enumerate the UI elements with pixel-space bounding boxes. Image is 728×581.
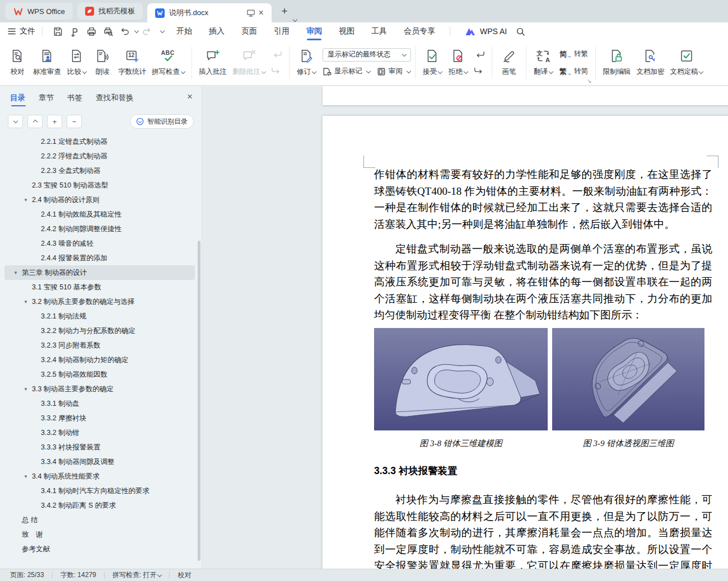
toc-item[interactable]: ▼ 3.2.4 制动器制动力矩的确定 [4,353,195,367]
show-markup-button[interactable]: 显示标记 [323,65,370,78]
sidebar-tab[interactable]: 查找和替换 [96,86,134,110]
toc-item[interactable]: ▼ 3.2.3 同步附着系数 [4,338,195,353]
menu-tab[interactable]: 开始 [176,22,192,40]
encrypt-document-button[interactable]: 文档加密 [633,44,667,81]
print-preview-button[interactable] [101,25,115,38]
word-count-button[interactable]: 12 字数统计 [115,44,149,81]
delete-comment-button[interactable]: 删除批注 [230,44,268,81]
toc-item[interactable]: ▼ 3.2 制动系主要参数的确定与选择 [4,294,195,309]
translate-dialog-launcher-icon[interactable]: ↘ [587,78,591,84]
sidebar-close-icon[interactable]: × [187,92,193,101]
toc-item[interactable]: ▼ 3.4.1 制动时汽车方向稳定性的要求 [4,484,195,498]
toc-item[interactable]: ▼ 2.2.3 全盘式制动器 [4,163,195,178]
toc-item[interactable]: ▼ 2.4.3 噪音的减轻 [4,236,195,251]
toc-item[interactable]: ▼ 2.4.4 报警装置的添加 [4,251,195,265]
toc-item[interactable]: ▼ 3.4.2 制动距离 S 的要求 [4,498,195,513]
toc-item[interactable]: ▼ 第三章 制动器的设计 [4,265,195,280]
toc-item[interactable]: ▼ 3.3.2 摩擦衬块 [4,411,195,425]
previous-change-button[interactable] [473,49,486,60]
tab-list-chevron-icon[interactable] [293,17,297,22]
undo-button[interactable] [118,25,132,38]
present-mode-icon[interactable] [246,9,255,17]
toc-item[interactable]: ▼ 3.3.1 制动盘 [4,396,195,411]
restrict-editing-button[interactable]: 限制编辑 [600,44,633,81]
spell-check-button[interactable]: ABC 拼写检查 [149,44,188,81]
toc-collapse-arrow-icon[interactable]: ▼ [13,270,22,275]
toc-item[interactable]: ▼ 3.3.2 制动钳 [4,425,195,440]
word-count-indicator[interactable]: 字数: 14279 [60,570,96,580]
toc-next-heading-button[interactable] [8,115,23,128]
toc-item[interactable]: ▼ 2.4.1 制动效能及其稳定性 [4,207,195,222]
menu-tab[interactable]: 引用 [274,22,290,40]
toc-item[interactable]: ▼ 致 谢 [4,527,195,542]
smart-toc-button[interactable]: 智能识别目录 [130,114,194,129]
file-menu-button[interactable]: 文件 [8,26,35,36]
markup-state-select[interactable]: 显示标记的最终状态 [323,48,411,62]
document-canvas[interactable]: 作钳体的材料需要有较好的力学性能和足够的强度刚度，在这里选择了球墨铸铁QT400… [202,86,728,569]
sidebar-tab[interactable]: 目录 [10,86,25,110]
toc-item[interactable]: ▼ 2.3 宝骏 510 制动器选型 [4,178,195,193]
toc-item[interactable]: ▼ 3.4 制动系统性能要求 [4,469,195,484]
toc-collapse-arrow-icon[interactable]: ▼ [24,198,32,203]
sidebar-tab[interactable]: 章节 [39,86,54,110]
read-aloud-button[interactable]: 朗读 [90,44,115,81]
toc-item[interactable]: ▼ 3.3.3 衬块报警装置 [4,440,195,455]
spellcheck-indicator[interactable]: 拼写检查: 打开 [113,570,162,580]
to-simplified-button[interactable]: 繁→ 转简 [559,65,588,78]
menu-tab[interactable]: 工具 [371,22,387,40]
toc-previous-heading-button[interactable] [27,115,43,128]
toc-collapse-arrow-icon[interactable]: ▼ [24,299,32,304]
wps-ai-button[interactable]: WPS AI [465,27,507,36]
redo-button[interactable] [139,25,154,38]
compare-button[interactable]: 比较 [64,44,90,81]
close-tab-icon[interactable]: × [259,8,264,17]
toc-item[interactable]: ▼ 2.2.1 定钳盘式制动器 [4,134,195,149]
toc-item[interactable]: ▼ 参考文献 [4,542,195,556]
page-indicator[interactable]: 页面: 25/33 [10,570,44,580]
accept-button[interactable]: 接受 [419,44,445,81]
toc-item[interactable]: ▼ 2.4.2 制动间隙调整便捷性 [4,222,195,236]
toc-item[interactable]: ▼ 3.2.2 制动力与分配系数的确定 [4,324,195,338]
proofread-status-button[interactable]: 校对 [178,570,191,580]
menu-tab[interactable]: 会员专享 [404,22,435,40]
menu-tab[interactable]: 审阅 [306,22,322,40]
search-icon[interactable] [516,27,525,36]
new-tab-button[interactable]: + [277,4,292,18]
toc-collapse-arrow-icon[interactable]: ▼ [24,474,32,479]
previous-comment-button[interactable] [270,49,283,60]
next-comment-button[interactable] [270,65,283,77]
reject-button[interactable]: 拒绝 [445,44,471,81]
toc-item[interactable]: ▼ 2.4 制动器的设计原则 [4,193,195,207]
tab-wps-office[interactable]: WPS Office [6,3,73,20]
quickbar-chevron-icon[interactable] [160,29,165,33]
page-text[interactable]: 作钳体的材料需要有较好的力学性能和足够的强度刚度，在这里选择了球墨铸铁QT400… [374,166,712,569]
document-page[interactable]: 作钳体的材料需要有较好的力学性能和足够的强度刚度，在这里选择了球墨铸铁QT400… [323,116,728,569]
tab-docer-template[interactable]: 找稻壳模板 [77,3,143,20]
toc-item[interactable]: ▼ 3.2.1 制动法规 [4,309,195,324]
toc-collapse-arrow-icon[interactable]: ▼ [24,387,32,392]
toc-item[interactable]: ▼ 2.2.2 浮钳盘式制动器 [4,149,195,163]
review-pane-button[interactable]: 审阅 [377,65,410,78]
toc-item[interactable]: ▼ 3.3.4 制动器间隙及调整 [4,455,195,469]
print-button[interactable] [84,25,99,38]
to-traditional-button[interactable]: 简→ 转繁 [559,48,588,60]
menu-tab[interactable]: 插入 [209,22,225,40]
undo-chevron-icon[interactable] [134,29,139,33]
finalize-document-button[interactable]: 文档定稿 [667,44,706,81]
translate-button[interactable]: 文 A 翻译 [530,44,556,81]
menu-tab[interactable]: 视图 [339,22,354,40]
next-change-button[interactable] [473,65,486,77]
export-pdf-button[interactable] [67,25,82,38]
insert-comment-button[interactable]: 插入批注 [196,44,230,81]
standard-review-button[interactable]: 标准审查 [30,44,64,81]
track-changes-button[interactable]: 修订 [293,44,319,81]
toc-item[interactable]: ▼ 总 结 [4,513,195,527]
toc-item[interactable]: ▼ 3.1 宝骏 510 基本参数 [4,280,195,294]
toc-item[interactable]: ▼ 3.2.5 制动器效能因数 [4,367,195,382]
tab-document-active[interactable]: 说明书.docx × [147,3,272,22]
save-button[interactable] [50,25,65,38]
proofread-button[interactable]: 校对 [4,44,30,81]
toc-expand-button[interactable]: + [47,115,62,128]
menu-tab[interactable]: 页面 [241,22,257,40]
sidebar-scrollbar[interactable] [198,241,200,561]
